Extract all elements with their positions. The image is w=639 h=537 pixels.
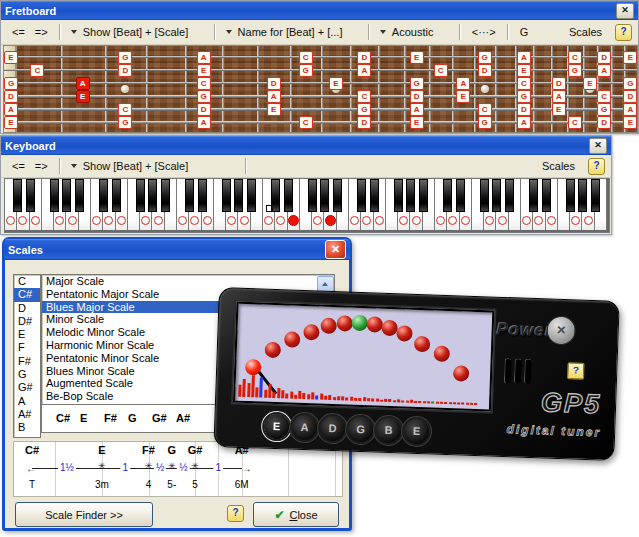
tuner-string-button[interactable]: B — [376, 418, 402, 444]
fret-note-marker[interactable]: D — [517, 103, 531, 116]
scales-button[interactable]: Scales — [564, 24, 607, 40]
fret-note-marker[interactable]: E — [517, 64, 531, 77]
open-note-marker[interactable]: A — [4, 103, 18, 116]
fret-note-marker[interactable]: D — [118, 64, 132, 77]
fret-note-marker[interactable]: A — [76, 77, 90, 90]
fret-note-marker[interactable]: D — [410, 90, 424, 103]
black-key[interactable] — [284, 179, 293, 212]
black-key[interactable] — [542, 179, 551, 212]
black-key[interactable] — [185, 179, 194, 212]
fret-note-marker[interactable]: D — [478, 64, 492, 77]
fret-note-marker[interactable]: A — [456, 77, 470, 90]
root-note-item[interactable]: F# — [14, 355, 40, 368]
fret-note-marker[interactable]: C — [197, 77, 211, 90]
tuner-string-button[interactable]: E — [264, 414, 290, 440]
open-note-marker[interactable]: G — [4, 77, 18, 90]
fret-note-marker[interactable]: A — [410, 103, 424, 116]
fret-note-marker[interactable]: E — [552, 103, 566, 116]
black-key[interactable] — [394, 179, 403, 212]
black-key[interactable] — [566, 179, 575, 212]
fret-note-marker[interactable]: C — [299, 51, 313, 64]
fret-note-marker[interactable]: A — [597, 64, 611, 77]
instrument-dropdown[interactable]: Acoustic — [376, 24, 438, 40]
fret-note-marker[interactable]: C — [434, 64, 448, 77]
show-mode-dropdown[interactable]: Show [Beat] + [Scale] — [67, 158, 192, 174]
root-note-item[interactable]: E — [14, 328, 40, 341]
root-note-item[interactable]: C# — [14, 288, 40, 301]
scale-finder-button[interactable]: Scale Finder >> — [15, 502, 153, 527]
fret-note-marker[interactable]: G — [568, 64, 582, 77]
root-note-item[interactable]: G# — [14, 381, 40, 394]
fret-note-marker[interactable]: A — [197, 116, 211, 129]
black-key[interactable] — [198, 179, 207, 212]
root-note-item[interactable]: B — [14, 421, 40, 434]
root-note-item[interactable]: C — [14, 275, 40, 288]
next-beat-button[interactable]: => — [30, 24, 53, 40]
root-note-item[interactable]: A — [14, 395, 40, 408]
black-key[interactable] — [112, 179, 121, 212]
keyboard-titlebar[interactable]: Keyboard ✕ — [1, 136, 611, 155]
black-key[interactable] — [99, 179, 108, 212]
fret-note-marker[interactable]: E — [76, 90, 90, 103]
fret-note-marker[interactable]: G — [478, 116, 492, 129]
help-icon[interactable]: ? — [227, 505, 244, 522]
black-key[interactable] — [419, 179, 428, 212]
black-key[interactable] — [492, 179, 501, 212]
black-key[interactable] — [247, 179, 256, 212]
fret-note-marker[interactable]: E — [583, 77, 597, 90]
help-icon[interactable]: ? — [588, 158, 605, 175]
black-key[interactable] — [505, 179, 514, 212]
fret-note-marker[interactable]: A — [357, 64, 371, 77]
close-button[interactable]: ✔Close — [253, 502, 339, 527]
span-button[interactable]: <···> — [467, 24, 501, 40]
fret-note-marker[interactable]: E — [197, 64, 211, 77]
help-icon[interactable]: ? — [567, 362, 585, 380]
black-key[interactable] — [222, 179, 231, 212]
black-key[interactable] — [13, 179, 22, 212]
black-key[interactable] — [578, 179, 587, 212]
fret-note-marker[interactable]: D — [357, 51, 371, 64]
fret-note-marker[interactable]: D — [267, 77, 281, 90]
fret-note-marker[interactable]: A — [623, 103, 637, 116]
fretboard[interactable]: EGACDEGACDECDEGACDEGAGACDEGACDEGDEGACDEG… — [3, 45, 638, 133]
black-key[interactable] — [591, 179, 600, 212]
fret-note-marker[interactable]: G — [118, 51, 132, 64]
open-note-marker[interactable]: E — [4, 116, 18, 129]
fret-note-marker[interactable]: E — [623, 51, 637, 64]
fret-note-marker[interactable]: D — [357, 116, 371, 129]
fret-note-marker[interactable]: D — [623, 90, 637, 103]
black-key[interactable] — [443, 179, 452, 212]
show-mode-dropdown[interactable]: Show [Beat] + [Scale] — [67, 24, 192, 40]
black-key[interactable] — [406, 179, 415, 212]
fretboard-titlebar[interactable]: Fretboard ✕ — [1, 1, 638, 20]
fret-note-marker[interactable]: D — [597, 51, 611, 64]
black-key[interactable] — [148, 179, 157, 212]
close-icon[interactable]: × — [546, 315, 576, 345]
fret-note-marker[interactable]: E — [410, 116, 424, 129]
black-key[interactable] — [234, 179, 243, 212]
scales-titlebar[interactable]: Scales ✕ — [4, 239, 350, 260]
fret-note-marker[interactable]: C — [478, 103, 492, 116]
open-note-marker[interactable]: E — [4, 51, 18, 64]
tuner-string-button[interactable]: G — [348, 417, 374, 443]
root-note-list[interactable]: CC#DD#EFF#GG#AA#B — [13, 274, 41, 438]
next-beat-button[interactable]: => — [30, 158, 53, 174]
black-key[interactable] — [370, 179, 379, 212]
black-key[interactable] — [480, 179, 489, 212]
prev-beat-button[interactable]: <= — [7, 158, 30, 174]
fret-note-marker[interactable]: G — [299, 64, 313, 77]
scale-item[interactable]: Major Scale — [42, 275, 318, 288]
root-note-item[interactable]: D — [14, 302, 40, 315]
fret-note-marker[interactable]: C — [568, 116, 582, 129]
fret-note-marker[interactable]: G — [517, 90, 531, 103]
fret-note-marker[interactable]: G — [410, 77, 424, 90]
fret-note-marker[interactable]: D — [552, 77, 566, 90]
fret-note-marker[interactable]: G — [197, 90, 211, 103]
black-key[interactable] — [333, 179, 342, 212]
black-key[interactable] — [529, 179, 538, 212]
fret-note-marker[interactable]: E — [410, 51, 424, 64]
black-key[interactable] — [320, 179, 329, 212]
prev-beat-button[interactable]: <= — [7, 24, 30, 40]
root-note-item[interactable]: F — [14, 341, 40, 354]
fret-note-marker[interactable]: C — [357, 90, 371, 103]
